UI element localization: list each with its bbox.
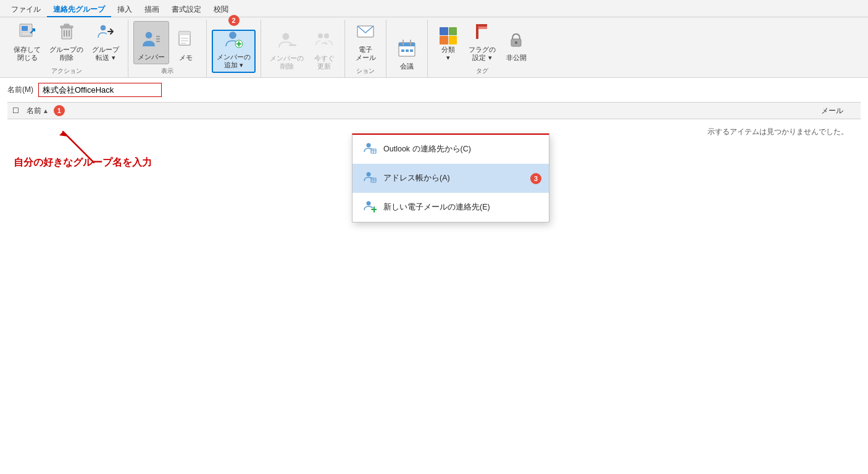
dropdown-new-email-contact[interactable]: 新しい電子メールの連絡先(E) <box>353 193 549 222</box>
sort-arrow-icon: ▲ <box>43 108 49 114</box>
email-icon <box>356 22 375 44</box>
svg-rect-38 <box>478 27 487 29</box>
actions-group-label: アクション <box>10 66 123 77</box>
svg-point-9 <box>101 25 106 30</box>
svg-point-26 <box>324 33 329 38</box>
from-outlook-icon <box>362 141 377 158</box>
column-header-row: ☐ 名前 ▲ 1 メール <box>7 102 861 119</box>
email-label: 電子メール <box>356 46 376 62</box>
flag-label: フラグの設定 ▾ <box>469 46 496 62</box>
svg-point-46 <box>367 172 371 177</box>
color-yellow <box>449 36 457 44</box>
svg-point-42 <box>367 143 371 148</box>
name-input[interactable] <box>38 83 162 97</box>
update-now-button[interactable]: 今すぐ更新 <box>309 30 340 73</box>
svg-rect-33 <box>406 49 409 52</box>
menu-insert[interactable]: 挿入 <box>111 2 138 17</box>
memo-button[interactable]: メモ <box>170 21 201 64</box>
ribbon-group-actions: 保存して 閉じる グループ <box>5 20 128 77</box>
dropdown-from-addressbook[interactable]: アドレス帳から(A) 3 <box>353 164 549 193</box>
ribbon-group-display: メンバー メモ <box>128 20 207 77</box>
svg-rect-15 <box>179 32 190 35</box>
memo-label: メモ <box>179 54 193 62</box>
step1-badge-inline: 1 <box>54 105 65 116</box>
col-header-email: メール <box>821 106 843 116</box>
menu-contacts-group[interactable]: 連絡先グループ <box>47 2 111 17</box>
svg-rect-5 <box>64 24 69 26</box>
flag-button[interactable]: フラグの設定 ▾ <box>465 21 499 64</box>
add-member-button[interactable]: メンバーの追加 ▾ <box>212 30 256 73</box>
color-blue <box>440 27 448 36</box>
name-row: 名前(M) <box>7 83 861 97</box>
col-email-label: メール <box>821 106 843 116</box>
col-name-label: 名前 <box>27 106 41 116</box>
remove-member-label: メンバーの削除 <box>270 54 304 70</box>
name-label: 名前(M) <box>7 85 33 95</box>
member-actions-group-label <box>266 74 340 77</box>
from-addressbook-label: アドレス帳から(A) <box>383 173 450 184</box>
meeting-group-label <box>391 74 422 77</box>
annotation-arrow-svg <box>57 119 180 169</box>
email-button[interactable]: 電子メール <box>350 21 381 64</box>
member-label: メンバー <box>138 53 165 61</box>
flag-icon <box>472 22 492 44</box>
svg-marker-41 <box>59 132 68 137</box>
classify-icon <box>440 27 457 44</box>
save-close-label: 保存して 閉じる <box>14 46 41 62</box>
ribbon-group-add-member: 2 メンバーの追加 ▾ <box>207 20 261 77</box>
classify-button[interactable]: 分類▾ <box>433 21 464 64</box>
svg-rect-2 <box>22 32 30 35</box>
from-addressbook-icon <box>362 170 377 187</box>
menu-file[interactable]: ファイル <box>5 2 47 17</box>
col-header-name[interactable]: 名前 ▲ 1 <box>27 105 65 116</box>
forward-group-label: グループ転送 ▾ <box>92 46 119 62</box>
add-member-icon <box>224 29 244 52</box>
color-grid <box>440 27 457 44</box>
meeting-icon <box>397 38 417 61</box>
name-input-wrapper <box>38 83 162 97</box>
add-member-group-label <box>212 74 256 77</box>
svg-rect-34 <box>410 49 413 52</box>
delete-group-label: グループの 削除 <box>49 46 83 62</box>
classify-label: 分類▾ <box>441 46 455 62</box>
ribbon-group-member-actions: メンバーの削除 <box>261 20 345 77</box>
svg-point-19 <box>229 32 236 38</box>
svg-rect-37 <box>476 27 478 39</box>
save-close-button[interactable]: 保存して 閉じる <box>10 21 44 64</box>
menu-draw[interactable]: 描画 <box>138 2 165 17</box>
svg-point-40 <box>515 41 517 44</box>
forward-group-button[interactable]: グループ転送 ▾ <box>88 21 123 64</box>
tags-group-label: タグ <box>433 66 532 77</box>
svg-rect-29 <box>399 43 415 46</box>
ribbon: 保存して 閉じる グループ <box>0 17 868 78</box>
svg-rect-35 <box>476 24 478 27</box>
meeting-button[interactable]: 会議 <box>391 30 422 73</box>
delete-group-button[interactable]: グループの 削除 <box>46 21 87 64</box>
forward-group-icon <box>96 22 115 44</box>
member-icon <box>141 29 161 52</box>
step2-badge: 2 <box>228 15 240 26</box>
remove-member-button[interactable]: メンバーの削除 <box>266 30 307 73</box>
menu-format[interactable]: 書式設定 <box>165 2 207 17</box>
member-button[interactable]: メンバー <box>133 21 169 64</box>
ribbon-group-meeting: 会議 <box>386 20 428 77</box>
from-outlook-label: Outlook の連絡先から(C) <box>383 144 471 154</box>
svg-rect-1 <box>22 26 28 31</box>
private-button[interactable]: 非公開 <box>501 21 532 64</box>
new-email-contact-icon <box>362 199 377 216</box>
add-member-label: メンバーの追加 ▾ <box>217 53 251 69</box>
content-area: 名前(M) ☐ 名前 ▲ 1 メール 示するアイテムは見つかりませんでした。 自… <box>0 78 868 174</box>
remove-member-icon <box>277 30 297 53</box>
update-now-icon <box>314 30 334 53</box>
svg-point-10 <box>146 32 152 38</box>
ribbon-group-tags: 分類▾ フラグの設定 ▾ <box>428 20 536 77</box>
svg-point-25 <box>318 33 323 38</box>
private-label: 非公開 <box>506 54 527 62</box>
dropdown-from-outlook[interactable]: Outlook の連絡先から(C) <box>353 135 549 164</box>
delete-group-icon <box>57 22 77 44</box>
step3-badge: 3 <box>530 173 541 184</box>
update-now-label: 今すぐ更新 <box>314 54 335 70</box>
color-orange <box>440 36 448 44</box>
svg-rect-36 <box>478 24 487 27</box>
new-email-contact-label: 新しい電子メールの連絡先(E) <box>383 202 490 213</box>
